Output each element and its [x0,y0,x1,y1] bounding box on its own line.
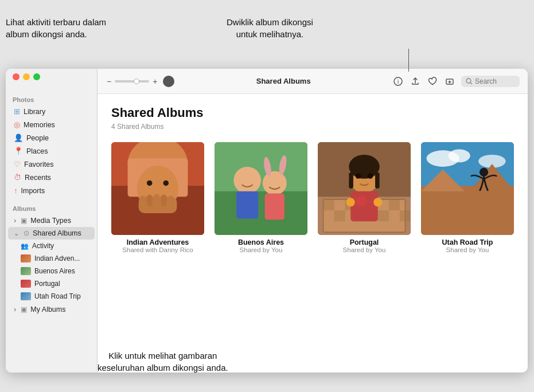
svg-rect-38 [349,172,353,189]
info-button[interactable]: i [392,76,404,87]
album-item-portugal[interactable]: Portugal Shared by You [318,142,411,253]
sidebar-item-media-types[interactable]: ▣ Media Types [8,214,95,227]
svg-rect-15 [161,194,167,206]
main-content: − + Shared Albums i [98,69,528,373]
app-window: Photos ⊞ Library ◎ Memories 👤 People 📍 P… [6,69,528,373]
share-button[interactable] [410,76,421,87]
sidebar-item-favorites[interactable]: ♡ Favorites [8,158,95,171]
svg-rect-39 [375,172,380,189]
album-name-utah: Utah Road Trip [421,238,514,246]
close-button[interactable] [13,73,20,80]
svg-point-41 [368,173,373,179]
album-thumb-buenos-aires [215,142,307,235]
svg-rect-20 [236,191,258,219]
sidebar-item-places[interactable]: 📍 Places [8,144,95,158]
svg-rect-35 [400,210,411,221]
album-item-buenos-aires[interactable]: Buenos Aires Shared by You [215,142,307,253]
my-albums-icon: ▣ [21,305,27,313]
sidebar-item-recents[interactable]: ⏱ Recents [8,171,95,184]
zoom-in-button[interactable]: + [151,77,158,86]
album-shared-portugal: Shared by You [318,246,411,253]
album-name-indian-adventures: Indian Adventures [111,238,204,246]
zoom-slider[interactable] [115,80,149,83]
heart-icon: ♡ [14,160,21,168]
svg-rect-32 [334,210,345,221]
search-icon [466,78,473,85]
album-shared-buenos-aires: Shared by You [215,246,307,253]
utah-svg [421,142,514,235]
sidebar-item-my-albums[interactable]: ▣ My Albums [8,303,95,316]
zoom-out-button[interactable]: − [106,77,112,86]
shared-icon: ⊙ [24,229,29,237]
svg-rect-13 [147,194,153,206]
people2-icon: 👥 [21,242,29,250]
album-shared-indian-adventures: Shared with Danny Rico [111,246,204,253]
album-name-buenos-aires: Buenos Aires [215,238,307,246]
maximize-button[interactable] [33,73,40,80]
portugal-svg [318,142,411,235]
import-icon: ↑ [14,186,18,195]
utah-image [421,142,514,235]
minimize-button[interactable] [23,73,30,80]
albums-content: Shared Albums 4 Shared Albums [98,94,528,373]
toolbar-title: Shared Albums [179,77,388,85]
view-toggle-button[interactable] [163,76,174,87]
favorite-button[interactable] [427,76,438,87]
people-icon: 👤 [14,134,23,142]
zoom-slider-thumb [134,79,139,84]
album-item-utah[interactable]: Utah Road Trip Shared by You [421,142,514,253]
portugal-thumb [21,280,31,288]
annotation-line-vertical [408,49,409,72]
album-thumb-portugal [318,142,411,235]
albums-heading: Shared Albums [111,105,514,120]
toolbar-actions: i [392,76,520,87]
add-to-album-button[interactable] [444,76,455,87]
clock-icon: ⏱ [14,173,21,182]
sidebar-item-activity[interactable]: 👥 Activity [8,240,95,252]
svg-rect-12 [140,195,146,206]
grid-icon: ⊞ [14,107,20,116]
buenos-aires-image [215,142,307,235]
svg-point-9 [147,181,153,186]
svg-point-37 [349,155,379,179]
sidebar-item-utah[interactable]: Utah Road Trip [8,290,95,303]
svg-rect-18 [215,191,307,235]
sidebar-item-library[interactable]: ⊞ Library [8,105,95,118]
album-thumb-indian-adventures [111,142,204,235]
utah-thumb [21,292,31,300]
svg-rect-28 [323,199,334,210]
svg-rect-16 [168,195,174,206]
sidebar-item-shared-albums[interactable]: ⊙ Shared Albums [8,227,95,240]
sidebar-item-memories[interactable]: ◎ Memories [8,118,95,131]
indian-adv-thumb [21,254,31,262]
album-name-portugal: Portugal [318,238,411,246]
search-box[interactable] [461,76,520,87]
sidebar-item-people[interactable]: 👤 People [8,131,95,144]
svg-point-10 [163,181,169,186]
svg-point-44 [356,195,367,206]
svg-point-19 [233,167,261,194]
sidebar-section-photos: Photos [6,92,97,105]
svg-rect-47 [421,186,514,235]
svg-rect-22 [265,194,284,220]
search-input[interactable] [475,77,515,85]
buenos-aires-thumb [21,267,31,275]
memories-icon: ◎ [14,120,20,129]
sidebar-item-buenos-aires[interactable]: Buenos Aires [8,265,95,277]
svg-point-21 [263,171,287,195]
svg-point-40 [356,173,361,179]
sidebar-item-imports[interactable]: ↑ Imports [8,184,95,197]
annotation-top-left: Lihat aktiviti terbaru dalam album dikon… [6,16,106,40]
zoom-control: − + [106,77,158,86]
sidebar-section-albums: Albums [6,201,97,214]
svg-rect-14 [154,194,159,206]
portugal-image [318,142,411,235]
album-item-indian-adventures[interactable]: Indian Adventures Shared with Danny Rico [111,142,204,253]
albums-grid: Indian Adventures Shared with Danny Rico [111,142,514,253]
albums-count: 4 Shared Albums [111,123,514,131]
sidebar-item-indian-adventures[interactable]: Indian Adven... [8,252,95,265]
toolbar: − + Shared Albums i [98,69,528,94]
svg-rect-34 [378,210,389,221]
places-icon: 📍 [14,147,23,155]
sidebar-item-portugal[interactable]: Portugal [8,277,95,290]
